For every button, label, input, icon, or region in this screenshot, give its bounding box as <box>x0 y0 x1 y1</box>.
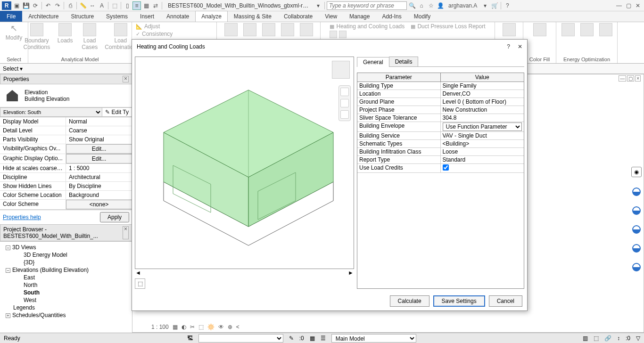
ribbon-tab-analyze[interactable]: Analyze <box>195 11 228 22</box>
naming-icon[interactable] <box>281 23 294 36</box>
tree-south[interactable]: South <box>2 289 130 296</box>
dialog-close-icon[interactable]: ✕ <box>518 43 522 50</box>
dock-icon[interactable] <box>632 188 641 196</box>
param-value[interactable]: <Building> <box>441 140 524 147</box>
param-value[interactable]: Single Family <box>441 82 524 90</box>
close-icon[interactable]: ✕ <box>634 1 642 10</box>
minimize-icon[interactable]: — <box>615 1 623 10</box>
close-hidden-icon[interactable]: ▦ <box>142 1 150 10</box>
dialog-h-scroll[interactable]: ◄► <box>135 269 354 277</box>
section-icon[interactable]: ▯ <box>123 1 132 10</box>
star-icon[interactable]: ☆ <box>427 1 435 10</box>
ribbon-tab-architecture[interactable]: Architecture <box>22 11 65 22</box>
tree-energy[interactable]: 3D Energy Model <box>2 251 130 259</box>
ribbon-tab-insert[interactable]: Insert <box>134 11 160 22</box>
search-input[interactable] <box>327 1 407 10</box>
property-edit-button[interactable]: Edit... <box>66 144 132 154</box>
tree-west[interactable]: West <box>2 296 130 304</box>
param-value[interactable] <box>441 164 524 172</box>
view-close-icon[interactable]: × <box>635 75 641 82</box>
save-settings-button[interactable]: Save Settings <box>433 295 485 307</box>
undo-icon[interactable]: ↶ <box>44 1 52 10</box>
zones-icon[interactable] <box>243 23 256 36</box>
color-fill-button[interactable] <box>530 23 549 36</box>
tag-icon[interactable] <box>262 23 275 36</box>
nav-zoom-icon[interactable] <box>340 110 349 119</box>
property-value[interactable]: Background <box>66 191 132 199</box>
area-icon[interactable] <box>300 23 313 36</box>
sync-icon[interactable]: ⟳ <box>31 1 40 10</box>
nav-pan-icon[interactable] <box>340 99 349 107</box>
tab-details[interactable]: Details <box>389 57 419 66</box>
dialog-3d-viewport[interactable] <box>135 57 354 269</box>
user-dropdown-icon[interactable]: ▾ <box>481 1 489 10</box>
dock-icon[interactable] <box>632 225 641 234</box>
param-value[interactable]: New Construction <box>441 106 524 114</box>
property-value[interactable]: By Discipline <box>66 182 132 190</box>
status-icon[interactable]: 🔗 <box>604 335 611 342</box>
isolate-icon[interactable]: ⬚ <box>135 278 145 289</box>
property-value[interactable]: Coarse <box>66 126 132 135</box>
search-binoculars-icon[interactable]: 🔍 <box>408 1 416 10</box>
main-model-combo[interactable]: Main Model <box>331 334 416 343</box>
tab-general[interactable]: General <box>357 57 389 67</box>
param-value[interactable]: Denver,CO <box>441 90 524 98</box>
consistency-button[interactable]: ✓ Consistency <box>136 31 213 37</box>
property-value[interactable]: 1 : 5000 <box>66 164 132 172</box>
vc-icon[interactable]: ▦ <box>173 324 178 330</box>
heating-cooling-button[interactable]: ▦ Heating and Cooling Loads ▦ Duct Press… <box>330 23 485 30</box>
view-max-icon[interactable]: ▢ <box>627 75 634 82</box>
status-icon[interactable]: ☰ <box>321 335 326 342</box>
cancel-button[interactable]: Cancel <box>489 295 522 307</box>
navwheel-icon[interactable]: ◉ <box>631 167 642 177</box>
param-value[interactable]: 304.8 <box>441 114 524 122</box>
instance-selector[interactable]: Elevation: South <box>0 108 102 116</box>
ribbon-tab-collaborate[interactable]: Collaborate <box>278 11 319 22</box>
property-edit-button[interactable]: Edit... <box>66 154 132 163</box>
ribbon-tab-add-ins[interactable]: Add-Ins <box>376 11 407 22</box>
panel-close-icon[interactable]: × <box>123 76 129 82</box>
ribbon-tab-systems[interactable]: Systems <box>100 11 134 22</box>
redo-icon[interactable]: ↷ <box>53 1 62 10</box>
vc-icon[interactable]: < <box>236 324 239 330</box>
calculate-button[interactable]: Calculate <box>390 295 429 307</box>
ribbon-tab-structure[interactable]: Structure <box>65 11 100 22</box>
status-combo1[interactable] <box>198 334 283 343</box>
save-icon[interactable]: 💾 <box>22 1 30 10</box>
panel-close-icon[interactable]: × <box>123 226 129 239</box>
user-icon[interactable]: 👤 <box>436 1 445 10</box>
ribbon-tab-annotate[interactable]: Annotate <box>160 11 195 22</box>
filter-icon[interactable]: ▽ <box>636 335 640 342</box>
view-min-icon[interactable]: — <box>619 75 626 82</box>
status-icon[interactable]: 🏗 <box>187 335 193 342</box>
cart-icon[interactable]: 🛒 <box>490 1 499 10</box>
status-icon[interactable]: ⬚ <box>594 335 599 342</box>
param-checkbox[interactable] <box>443 164 449 171</box>
energy2-icon[interactable] <box>580 23 594 36</box>
param-value[interactable]: Level 0 ( Bottom of Floor) <box>441 98 524 106</box>
vc-icon[interactable]: ⊕ <box>228 324 232 330</box>
properties-help-link[interactable]: Properties help <box>3 214 41 220</box>
help-icon[interactable]: ? <box>503 1 512 10</box>
ribbon-tab-massing-site[interactable]: Massing & Site <box>228 11 278 22</box>
param-value[interactable]: Loose <box>441 148 524 155</box>
vc-icon[interactable]: ✂ <box>190 324 195 330</box>
loads-button[interactable]: Loads <box>56 23 74 44</box>
vc-icon[interactable]: 🔆 <box>207 324 215 330</box>
adjust-button[interactable]: 📐 Adjust <box>136 23 213 30</box>
check-icon[interactable] <box>503 23 516 36</box>
key-icon[interactable]: ⌂ <box>417 1 426 10</box>
dock-icon[interactable] <box>632 206 641 215</box>
dock-icon[interactable] <box>632 263 641 271</box>
energy3-icon[interactable] <box>599 23 612 36</box>
tree-elevations[interactable]: −Elevations (Building Elevation) <box>2 266 130 274</box>
param-value[interactable]: Use Function Parameter <box>441 122 524 131</box>
vc-icon[interactable]: ◐ <box>182 324 186 330</box>
print-icon[interactable]: ⎙ <box>66 1 74 10</box>
select-dropdown[interactable]: Select <box>3 65 18 72</box>
status-icon[interactable]: ✎ <box>289 335 294 342</box>
scale-label[interactable]: 1 : 100 <box>151 324 169 330</box>
dock-icon[interactable] <box>632 244 641 253</box>
param-value[interactable]: VAV - Single Duct <box>441 132 524 139</box>
vc-icon[interactable]: 👁 <box>218 324 224 330</box>
